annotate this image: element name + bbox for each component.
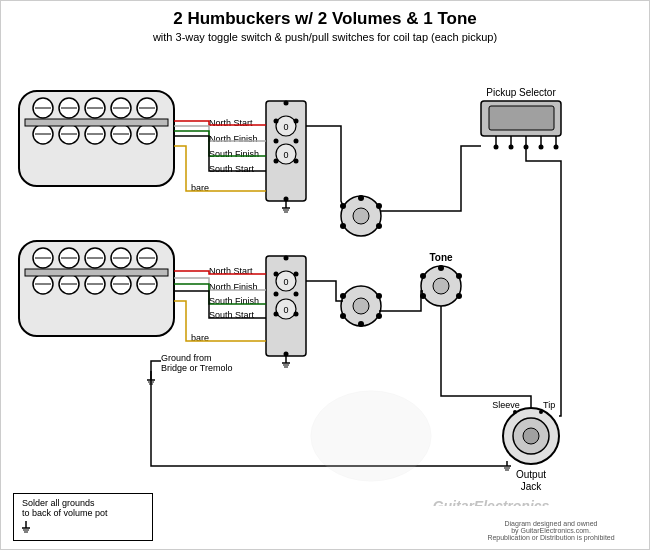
svg-point-64 (294, 272, 299, 277)
svg-point-54 (274, 159, 279, 164)
svg-point-74 (376, 203, 382, 209)
svg-text:Sleeve: Sleeve (492, 400, 520, 410)
svg-text:South Start: South Start (209, 164, 255, 174)
footer-copyright: Diagram designed and owned by GuitarElec… (461, 520, 641, 541)
svg-point-76 (358, 195, 364, 201)
svg-rect-43 (25, 269, 168, 276)
svg-text:North Start: North Start (209, 118, 253, 128)
svg-point-83 (358, 321, 364, 327)
svg-point-111 (539, 410, 543, 414)
svg-point-50 (274, 119, 279, 124)
page-subtitle: with 3-way toggle switch & push/pull swi… (1, 31, 649, 43)
footer-line2: by GuitarElectronics.com. (461, 527, 641, 534)
svg-point-109 (513, 410, 517, 414)
svg-text:Output: Output (516, 469, 546, 480)
svg-point-82 (376, 313, 382, 319)
svg-point-89 (456, 293, 462, 299)
svg-text:0: 0 (283, 122, 288, 132)
svg-text:Bridge or Tremolo: Bridge or Tremolo (161, 363, 233, 373)
svg-rect-21 (25, 119, 168, 126)
svg-text:GuitarElectronics: GuitarElectronics (433, 498, 550, 506)
footer-line3: Republication or Distribution is prohibi… (461, 534, 641, 541)
svg-text:0: 0 (283, 150, 288, 160)
svg-point-107 (523, 428, 539, 444)
svg-point-49 (284, 101, 289, 106)
svg-text:North Finish: North Finish (209, 134, 258, 144)
svg-point-99 (494, 145, 499, 150)
svg-point-68 (294, 312, 299, 317)
svg-text:Jack: Jack (521, 481, 543, 492)
svg-point-63 (274, 272, 279, 277)
svg-point-81 (376, 293, 382, 299)
svg-point-103 (554, 145, 559, 150)
svg-text:Tip: Tip (543, 400, 555, 410)
svg-point-52 (274, 139, 279, 144)
svg-point-80 (340, 313, 346, 319)
svg-point-102 (539, 145, 544, 150)
svg-text:0: 0 (283, 305, 288, 315)
solder-line1: Solder all grounds (22, 498, 144, 508)
svg-point-86 (420, 273, 426, 279)
svg-text:Tone: Tone (429, 252, 453, 263)
svg-point-62 (284, 256, 289, 261)
svg-point-144 (311, 391, 431, 481)
solder-line2: to back of volume pot (22, 508, 144, 518)
footer-line1: Diagram designed and owned (461, 520, 641, 527)
svg-point-71 (353, 208, 369, 224)
svg-text:Ground from: Ground from (161, 353, 212, 363)
svg-point-90 (438, 265, 444, 271)
svg-point-55 (294, 159, 299, 164)
svg-point-65 (274, 292, 279, 297)
svg-point-100 (509, 145, 514, 150)
footer-solder-note: Solder all grounds to back of volume pot (13, 493, 153, 541)
svg-text:0: 0 (283, 277, 288, 287)
page-title: 2 Humbuckers w/ 2 Volumes & 1 Tone (1, 1, 649, 29)
diagram-area: 0 0 0 0 (1, 46, 650, 506)
svg-point-66 (294, 292, 299, 297)
svg-point-51 (294, 119, 299, 124)
page-container: 2 Humbuckers w/ 2 Volumes & 1 Tone with … (0, 0, 650, 550)
svg-point-75 (376, 223, 382, 229)
svg-point-53 (294, 139, 299, 144)
svg-text:South Finish: South Finish (209, 149, 259, 159)
svg-rect-93 (489, 106, 554, 130)
svg-point-85 (433, 278, 449, 294)
svg-point-88 (456, 273, 462, 279)
svg-point-73 (340, 223, 346, 229)
svg-text:Pickup Selector: Pickup Selector (486, 87, 556, 98)
svg-point-67 (274, 312, 279, 317)
svg-point-78 (353, 298, 369, 314)
svg-point-79 (340, 293, 346, 299)
